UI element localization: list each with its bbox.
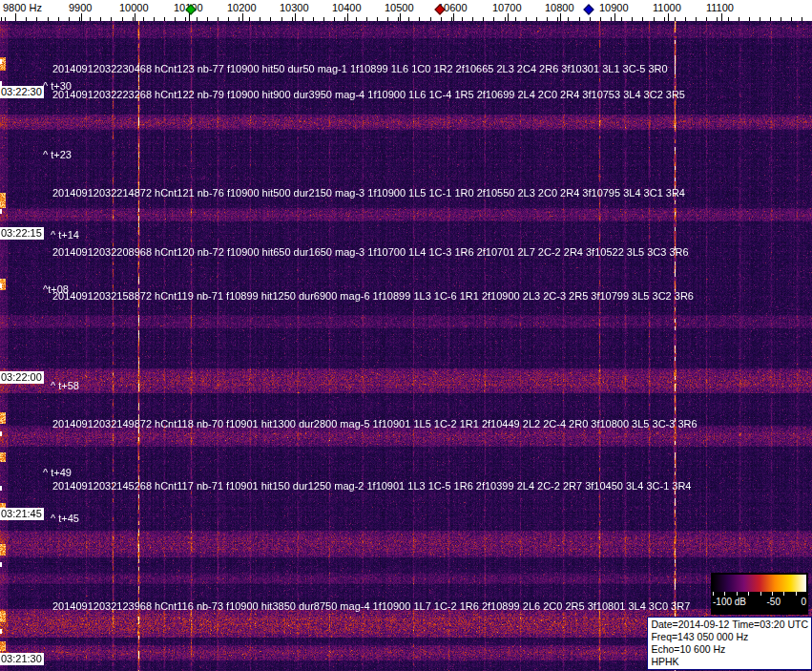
freq-major-tick [668, 13, 669, 21]
info-date-time: Date=2014-09-12 Time=03:20 UTC [651, 619, 808, 631]
freq-label: 10400 [332, 2, 362, 13]
db-gradient [713, 575, 806, 592]
time-tick [0, 629, 2, 634]
time-label: 03:21:30 [0, 653, 44, 665]
time-tick [0, 486, 2, 491]
event-marker: ^ t+45 [51, 513, 79, 524]
freq-label: 10700 [492, 2, 522, 13]
freq-minor-ticks [0, 17, 812, 21]
db-mid-label: -50 [767, 597, 781, 607]
event-marker: ^t+08 [43, 283, 69, 295]
freq-label: 11000 [653, 2, 681, 13]
db-max-label: 0 [801, 597, 806, 607]
detection-line: 20140912032123968 hCnt116 nb-73 f10900 h… [52, 600, 690, 612]
time-tick [0, 59, 2, 64]
freq-major-tick [453, 13, 454, 21]
time-tick [0, 283, 2, 288]
detection-line: 20140912032145268 hCnt117 nb-71 f10901 h… [52, 480, 692, 492]
event-marker: ^ t+14 [51, 229, 79, 241]
freq-marker-blue-diamond-icon [583, 4, 593, 14]
freq-label: 9900 [69, 2, 92, 13]
event-marker: ^ t+49 [43, 467, 72, 478]
frequency-axis: 9800 Hz 9900 10000 10100 10200 10300 104… [0, 0, 812, 21]
freq-label: 10000 [119, 2, 149, 13]
db-scale-labels: -100 dB -50 0 [711, 596, 808, 607]
info-echo: Echo=10 600 Hz [651, 643, 808, 656]
freq-major-tick [560, 13, 561, 21]
spectrogram-canvas [0, 21, 812, 671]
db-scale-bar: -100 dB -50 0 [711, 573, 808, 615]
freq-label: 10300 [280, 2, 309, 13]
detection-line: 20140912032208968 hCnt120 nb-72 f10900 h… [52, 246, 689, 258]
db-min-label: -100 dB [713, 597, 746, 607]
freq-label: 10800 [545, 2, 574, 13]
event-marker: ^ t+23 [43, 149, 72, 160]
detection-line: 20140912032230468 hCnt123 nb-77 f10900 h… [52, 63, 668, 74]
freq-major-tick [721, 13, 722, 21]
freq-label: 10900 [599, 2, 629, 13]
time-label: 03:21:45 [0, 508, 44, 520]
time-tick [0, 431, 2, 436]
time-tick [0, 562, 2, 567]
freq-major-tick [400, 13, 401, 21]
detection-line: 20140912032158872 hCnt119 nb-71 f10899 h… [52, 290, 694, 302]
detection-line: 20140912032214872 hCnt121 nb-76 f10900 h… [52, 187, 685, 199]
freq-major-tick [15, 13, 16, 21]
time-label: 03:22:00 [0, 371, 44, 384]
freq-major-tick [347, 13, 348, 21]
freq-major-tick [135, 13, 135, 21]
event-marker: ^ t+30 [43, 80, 72, 92]
meteor-spectrogram-window: 9800 Hz 9900 10000 10100 10200 10300 104… [0, 0, 812, 671]
freq-label: 11100 [706, 2, 734, 13]
status-info-box: Date=2014-09-12 Time=03:20 UTC Freq=143 … [647, 617, 812, 670]
time-tick [0, 209, 2, 214]
freq-major-tick [81, 13, 82, 21]
detection-line: 20140912032223268 hCnt122 nb-79 f10900 h… [52, 89, 685, 100]
info-station: HPHK [651, 656, 808, 668]
freq-major-tick [242, 13, 243, 21]
spectrogram-area: 03:22:30 03:22:15 03:22:00 03:21:45 03:2… [0, 21, 812, 671]
freq-major-tick [614, 13, 615, 21]
freq-label: 10200 [227, 2, 257, 13]
freq-label: 9800 Hz [3, 2, 42, 13]
time-label: 03:22:30 [0, 86, 44, 98]
freq-major-tick [295, 13, 296, 21]
time-label: 03:22:15 [0, 227, 44, 240]
detection-line: 20140912032149872 hCnt118 nb-70 f10901 h… [52, 418, 697, 430]
freq-label: 10500 [385, 2, 414, 13]
info-frequency: Freq=143 050 000 Hz [651, 631, 808, 643]
event-marker: ^ t+58 [51, 380, 79, 391]
freq-major-tick [508, 13, 509, 21]
